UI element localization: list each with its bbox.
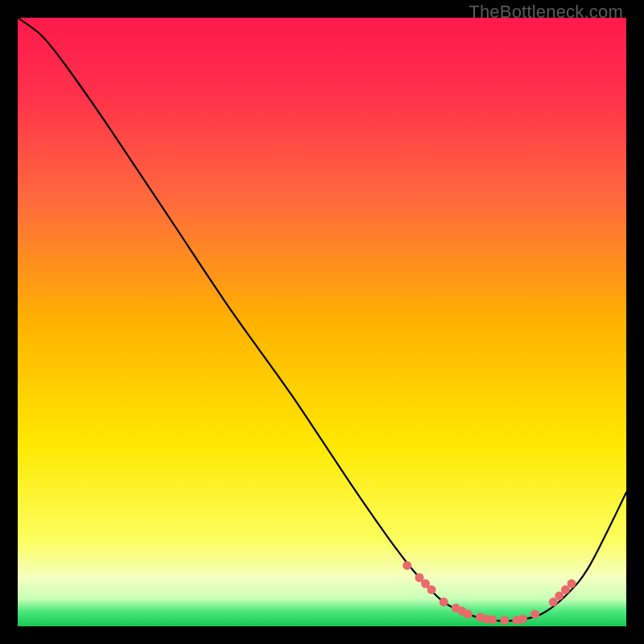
data-point-dot	[500, 616, 509, 625]
data-point-dot	[530, 609, 539, 618]
data-point-dot	[464, 609, 473, 618]
data-point-dot	[427, 585, 436, 594]
data-point-dot	[488, 615, 497, 624]
data-point-dot	[440, 597, 448, 606]
data-point-dot	[402, 561, 411, 570]
bottleneck-chart	[18, 18, 626, 626]
data-point-dot	[568, 580, 576, 588]
chart-frame	[18, 18, 626, 626]
chart-background	[18, 18, 626, 626]
data-point-dot	[518, 614, 527, 623]
